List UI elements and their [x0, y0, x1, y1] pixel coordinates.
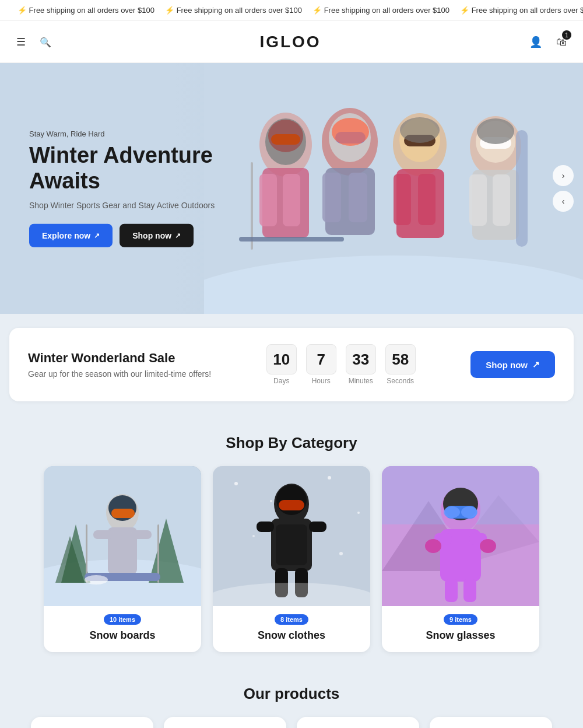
- category-card-clothes[interactable]: 8 items Snow clothes: [213, 466, 370, 652]
- clothes-badge: 8 items: [275, 614, 308, 625]
- svg-rect-62: [309, 522, 326, 532]
- svg-rect-27: [469, 174, 487, 226]
- svg-point-52: [328, 476, 331, 480]
- product-card-4[interactable]: [430, 717, 552, 728]
- hero-background: [204, 63, 583, 314]
- products-title: Our products: [9, 685, 574, 703]
- svg-point-74: [461, 506, 477, 518]
- svg-point-51: [270, 500, 272, 502]
- timer-days-label: Days: [273, 377, 289, 385]
- svg-rect-32: [516, 130, 528, 247]
- svg-rect-42: [93, 530, 114, 539]
- menu-icon: [16, 35, 26, 48]
- explore-now-button[interactable]: Explore now ↗: [29, 224, 113, 247]
- category-card-glasses[interactable]: 9 items Snow glasses: [382, 466, 539, 652]
- product-card-2[interactable]: [164, 717, 286, 728]
- hero-title: Winter Adventure Awaits: [29, 143, 233, 194]
- timer-seconds-value: 58: [385, 344, 416, 374]
- sale-title: Winter Wonderland Sale: [28, 351, 211, 366]
- svg-point-50: [234, 482, 238, 485]
- svg-rect-9: [251, 162, 253, 250]
- shop-now-hero-button[interactable]: Shop now ↗: [120, 224, 194, 247]
- glasses-footer: 9 items Snow glasses: [382, 606, 539, 652]
- svg-rect-58: [279, 500, 304, 510]
- hero-prev-button[interactable]: ‹: [553, 191, 574, 212]
- chevron-left-icon: ‹: [562, 197, 565, 206]
- search-button[interactable]: [37, 33, 54, 51]
- hero-section: Stay Warm, Ride Hard Winter Adventure Aw…: [0, 63, 583, 314]
- timer-hours-label: Hours: [312, 377, 331, 385]
- shop-arrow-icon: ↗: [175, 232, 181, 240]
- header-right: 1: [527, 33, 569, 51]
- header-left: [14, 33, 54, 51]
- clothes-illustration: [213, 466, 370, 606]
- svg-rect-43: [131, 530, 152, 539]
- svg-rect-4: [259, 174, 277, 226]
- snowboards-footer: 10 items Snow boards: [44, 606, 201, 652]
- sale-timer: 10 Days 7 Hours 33 Minutes 58 Seconds: [266, 344, 416, 385]
- svg-rect-14: [349, 173, 367, 222]
- sale-banner: Winter Wonderland Sale Gear up for the s…: [9, 328, 574, 401]
- explore-label: Explore now: [42, 231, 90, 240]
- glasses-badge: 9 items: [444, 614, 477, 625]
- snowboards-illustration: [44, 466, 201, 606]
- svg-point-47: [85, 575, 108, 584]
- menu-button[interactable]: [14, 33, 28, 51]
- product-card-3[interactable]: [297, 717, 419, 728]
- svg-point-53: [357, 512, 360, 514]
- shop-label: Shop now: [132, 231, 171, 240]
- announcement-bar: ⚡ Free shipping on all orders over $100 …: [0, 0, 583, 21]
- user-icon: [529, 35, 542, 48]
- snowboards-name: Snow boards: [89, 629, 155, 642]
- svg-rect-41: [111, 509, 135, 518]
- site-logo: IGLOO: [54, 33, 527, 51]
- account-button[interactable]: [527, 33, 545, 51]
- timer-minutes: 33 Minutes: [346, 344, 376, 385]
- clothes-image: [213, 466, 370, 606]
- hero-subtitle: Shop Winter Sports Gear and Stay Active …: [29, 201, 233, 210]
- svg-rect-81: [463, 579, 476, 602]
- timer-seconds-label: Seconds: [387, 377, 414, 385]
- svg-rect-5: [283, 174, 300, 226]
- glasses-image: [382, 466, 539, 606]
- cart-button[interactable]: 1: [554, 33, 569, 51]
- search-icon: [40, 35, 51, 48]
- timer-days-value: 10: [266, 344, 297, 374]
- sale-info: Winter Wonderland Sale Gear up for the s…: [28, 351, 211, 379]
- timer-hours-value: 7: [306, 344, 336, 374]
- timer-days: 10 Days: [266, 344, 297, 385]
- chevron-right-icon: ›: [562, 171, 565, 180]
- clothes-name: Snow clothes: [258, 629, 325, 642]
- svg-rect-8: [271, 134, 300, 145]
- products-section: Our products: [0, 666, 583, 728]
- svg-point-79: [480, 539, 496, 553]
- sale-btn-label: Shop now: [486, 360, 528, 370]
- sale-shop-now-button[interactable]: Shop now ↗: [470, 351, 555, 378]
- hero-content: Stay Warm, Ride Hard Winter Adventure Aw…: [29, 130, 233, 247]
- glasses-name: Snow glasses: [426, 629, 495, 642]
- clothes-footer: 8 items Snow clothes: [213, 606, 370, 652]
- svg-point-78: [425, 539, 441, 553]
- svg-point-24: [400, 117, 440, 143]
- announcement-text: ⚡ Free shipping on all orders over $100 …: [0, 6, 583, 15]
- timer-hours: 7 Hours: [306, 344, 336, 385]
- hero-next-button[interactable]: ›: [553, 165, 574, 186]
- categories-title: Shop By Category: [9, 434, 574, 452]
- svg-rect-13: [322, 173, 341, 222]
- glasses-illustration: [382, 466, 539, 606]
- cart-badge: 1: [562, 30, 571, 40]
- svg-point-17: [332, 118, 369, 146]
- timer-minutes-value: 33: [346, 344, 376, 374]
- sale-subtitle: Gear up for the season with our limited-…: [28, 369, 211, 379]
- svg-point-73: [444, 506, 460, 518]
- category-card-snowboards[interactable]: 10 items Snow boards: [44, 466, 201, 652]
- svg-rect-28: [493, 174, 510, 226]
- products-grid: [9, 717, 574, 728]
- timer-seconds: 58 Seconds: [385, 344, 416, 385]
- hero-buttons: Explore now ↗ Shop now ↗: [29, 224, 233, 247]
- svg-point-54: [252, 535, 255, 537]
- svg-rect-61: [257, 522, 274, 532]
- explore-arrow-icon: ↗: [94, 232, 100, 240]
- product-card-1[interactable]: [31, 717, 153, 728]
- svg-point-55: [339, 552, 343, 555]
